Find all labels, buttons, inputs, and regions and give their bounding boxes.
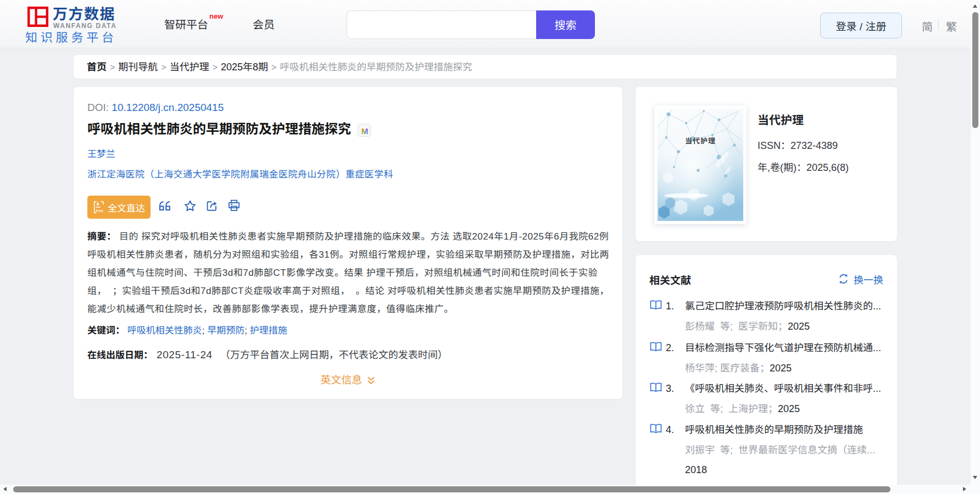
svg-text:free: free (96, 208, 104, 213)
